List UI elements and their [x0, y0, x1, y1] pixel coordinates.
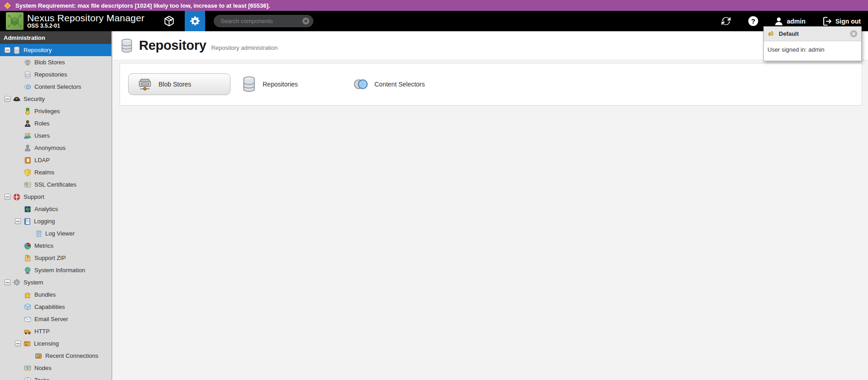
notification-header: Default [764, 27, 861, 41]
sidebar-item-support[interactable]: Support [0, 191, 111, 203]
collapse-minus-icon[interactable] [15, 341, 21, 346]
sidebar-item-label: Content Selectors [34, 83, 81, 90]
sidebar-item-logging[interactable]: Logging [0, 215, 111, 227]
system-requirement-banner: System Requirement: max file descriptors… [0, 0, 868, 11]
admin-mode-button[interactable] [185, 11, 205, 31]
content-selectors-feature-icon [352, 76, 369, 93]
app-version: OSS 3.5.2-01 [27, 23, 144, 29]
sidebar-item-label: Licensing [34, 340, 59, 347]
collapse-minus-icon[interactable] [5, 194, 10, 200]
sidebar-item-label: Capabilities [34, 303, 65, 310]
sidebar-item-anonymous[interactable]: Anonymous [0, 142, 111, 154]
sidebar-item-label: Analytics [34, 206, 58, 212]
content-selectors-icon [24, 83, 32, 91]
sidebar-item-recent-connections[interactable]: Recent Connections [0, 350, 111, 362]
bundles-icon [24, 291, 32, 299]
sidebar-item-repositories[interactable]: Repositories [0, 68, 111, 81]
page-title: Repository [139, 38, 206, 53]
users-icon [24, 132, 32, 140]
admin-tree: RepositoryBlob StoresRepositoriesContent… [0, 44, 111, 380]
logging-icon [23, 217, 31, 226]
warning-icon [4, 2, 11, 10]
feature-button-label: Content Selectors [374, 81, 425, 88]
sidebar-item-label: System Information [34, 267, 85, 274]
sidebar-item-blob-stores[interactable]: Blob Stores [0, 56, 111, 68]
realms-icon [24, 168, 32, 177]
sidebar-item-realms[interactable]: Realms [0, 166, 111, 178]
help-icon: ? [748, 15, 759, 27]
collapse-minus-icon[interactable] [15, 218, 21, 224]
content-header: Repository Repository administration [113, 31, 868, 60]
blob-stores-button[interactable]: Blob Stores [128, 73, 230, 95]
system-information-icon [24, 266, 32, 274]
sidebar-item-label: Log Viewer [45, 230, 75, 237]
sidebar-item-repository[interactable]: Repository [0, 44, 111, 56]
sidebar-title: Administration [0, 31, 111, 44]
sidebar-item-analytics[interactable]: Analytics [0, 203, 111, 215]
admin-sidebar: Administration RepositoryBlob StoresRepo… [0, 31, 112, 380]
sidebar-item-log-viewer[interactable]: Log Viewer [0, 227, 111, 240]
feature-button-label: Repositories [263, 81, 298, 88]
sidebar-item-users[interactable]: Users [0, 130, 111, 142]
admin-gear-icon [189, 15, 201, 27]
sidebar-item-privileges[interactable]: Privileges [0, 105, 111, 117]
ssl-certificates-icon [24, 181, 32, 189]
sidebar-item-licensing[interactable]: Licensing [0, 337, 111, 350]
browse-mode-button[interactable] [159, 11, 178, 31]
sidebar-item-content-selectors[interactable]: Content Selectors [0, 81, 111, 93]
sidebar-item-ssl-certificates[interactable]: SSL Certificates [0, 178, 111, 191]
sidebar-item-label: Repositories [34, 71, 67, 78]
feature-panel: Blob StoresRepositoriesContent Selectors [120, 63, 862, 106]
collapse-minus-icon[interactable] [5, 47, 10, 53]
capabilities-icon [24, 303, 32, 311]
feature-button-label: Blob Stores [158, 81, 191, 88]
app-title: Nexus Repository Manager [27, 13, 144, 23]
sidebar-item-system[interactable]: System [0, 276, 111, 289]
page-subtitle: Repository administration [211, 44, 278, 51]
close-icon[interactable] [850, 30, 858, 38]
sign-out-button[interactable]: Sign out [818, 16, 861, 27]
support-icon [13, 193, 21, 201]
sidebar-item-ldap[interactable]: LDAP [0, 154, 111, 166]
sidebar-item-roles[interactable]: Roles [0, 117, 111, 130]
recent-connections-icon [34, 352, 43, 360]
sidebar-item-label: Blob Stores [34, 59, 65, 66]
browse-cube-icon [163, 15, 175, 27]
sidebar-item-http[interactable]: HTTP [0, 325, 111, 337]
collapse-minus-icon[interactable] [5, 279, 10, 285]
repositories-button[interactable]: Repositories [240, 73, 342, 95]
sidebar-item-nodes[interactable]: Nodes [0, 362, 111, 374]
search-box[interactable] [214, 15, 313, 27]
svg-text:?: ? [751, 17, 755, 25]
sidebar-item-bundles[interactable]: Bundles [0, 289, 111, 301]
user-menu[interactable]: admin [771, 16, 806, 26]
content-selectors-button[interactable]: Content Selectors [352, 73, 454, 95]
blob-stores-feature-icon [136, 76, 153, 93]
sidebar-item-label: Users [34, 132, 50, 139]
privileges-icon [24, 107, 32, 115]
sidebar-item-tasks[interactable]: Tasks [0, 374, 111, 380]
sidebar-item-security[interactable]: Security [0, 93, 111, 105]
sidebar-item-capabilities[interactable]: Capabilities [0, 301, 111, 313]
sidebar-item-label: Roles [34, 120, 49, 127]
sidebar-item-system-information[interactable]: System Information [0, 264, 111, 276]
refresh-button[interactable] [717, 15, 732, 27]
help-button[interactable]: ? [744, 15, 759, 27]
sidebar-item-email-server[interactable]: Email Server [0, 313, 111, 325]
nexus-logo-icon [6, 12, 24, 30]
sidebar-item-metrics[interactable]: Metrics [0, 240, 111, 252]
sidebar-item-support-zip[interactable]: Support ZIP [0, 252, 111, 264]
repository-title-icon [119, 38, 134, 53]
sidebar-item-label: Repository [24, 47, 52, 53]
metrics-icon [24, 242, 32, 250]
search-input[interactable] [221, 18, 302, 24]
nodes-icon [24, 364, 32, 372]
sidebar-item-label: Security [24, 96, 45, 102]
collapse-minus-icon[interactable] [5, 96, 10, 102]
search-clear-icon[interactable] [302, 17, 310, 25]
sidebar-item-label: SSL Certificates [34, 181, 77, 188]
sidebar-item-label: Realms [34, 169, 54, 176]
log-viewer-icon [34, 230, 43, 238]
system-icon [13, 279, 21, 287]
notification-body: User signed in: admin [764, 41, 861, 58]
